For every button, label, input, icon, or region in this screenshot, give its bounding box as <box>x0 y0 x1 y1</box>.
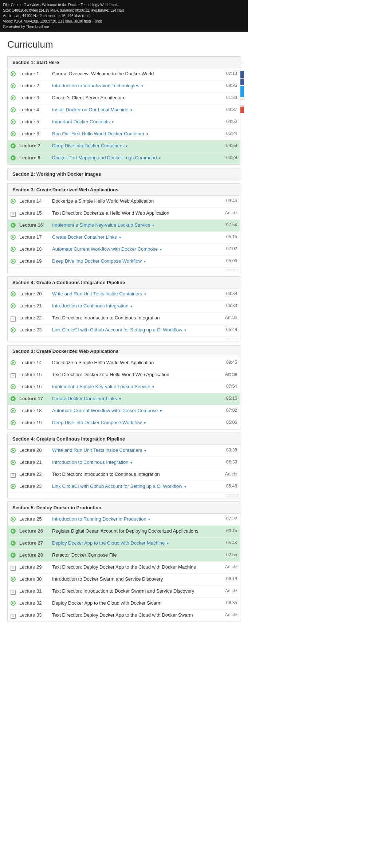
lecture-row[interactable]: Lecture 21Introduction to Continous Inte… <box>8 457 240 469</box>
lecture-duration: 07:54 <box>219 222 237 227</box>
lecture-title[interactable]: Write and Run Unit Tests inside Containe… <box>52 447 219 453</box>
lecture-row[interactable]: ≡Lecture 33Text Direction: Deploy Docker… <box>8 610 240 622</box>
dropdown-arrow-icon[interactable]: ▾ <box>152 385 154 389</box>
lecture-row[interactable]: Lecture 17Create Docker Container Links … <box>8 232 240 244</box>
dropdown-arrow-icon[interactable]: ▾ <box>145 132 148 136</box>
dropdown-arrow-icon[interactable]: ▾ <box>111 120 114 124</box>
lecture-title[interactable]: Implement a Simple Key-value Lookup Serv… <box>52 384 219 389</box>
lecture-row[interactable]: ≡Lecture 15Text Direction: Dockerize a H… <box>8 208 240 220</box>
lecture-row[interactable]: ≡Lecture 31Text Direction: Introduction … <box>8 586 240 598</box>
lecture-title[interactable]: Automate Current Workflow with Docker Co… <box>52 408 219 413</box>
lecture-row[interactable]: Lecture 5Important Docker Concepts ▾04:5… <box>8 116 240 128</box>
lecture-row[interactable]: Lecture 18Automate Current Workflow with… <box>8 244 240 256</box>
lecture-row[interactable]: Lecture 4Install Docker on Our Local Mac… <box>8 104 240 116</box>
lecture-title[interactable]: Implement a Simple Key-value Lookup Serv… <box>52 222 219 228</box>
lecture-row[interactable]: Lecture 23Link CircleCI with Github Acco… <box>8 324 240 337</box>
lecture-number: Lecture 14 <box>19 360 52 365</box>
lecture-title[interactable]: Automate Current Workflow with Docker Co… <box>52 246 219 252</box>
lecture-row[interactable]: ≡Lecture 15Text Direction: Dockerize a H… <box>8 369 240 381</box>
lecture-row[interactable]: Lecture 20Write and Run Unit Tests insid… <box>8 445 240 457</box>
lecture-title[interactable]: Deep Dive into Docker Compose Workflow ▾ <box>52 420 219 425</box>
dropdown-arrow-icon[interactable]: ▾ <box>183 485 186 489</box>
lecture-number: Lecture 20 <box>19 447 52 453</box>
lecture-row[interactable]: Lecture 14Dockerize a Simple Hello World… <box>8 196 240 208</box>
lecture-row[interactable]: ≡Lecture 22Text Direction: Introduction … <box>8 312 240 324</box>
lecture-row[interactable]: Lecture 23Link CircleCI with Github Acco… <box>8 481 240 493</box>
dropdown-arrow-icon[interactable]: ▾ <box>159 409 162 413</box>
lecture-title[interactable]: Install Docker on Our Local Machine ▾ <box>52 107 219 112</box>
lecture-number: Lecture 4 <box>19 107 52 112</box>
dropdown-arrow-icon[interactable]: ▾ <box>130 461 133 465</box>
lecture-row[interactable]: Lecture 27Deploy Docker App to the Cloud… <box>8 538 240 550</box>
lecture-number: Lecture 7 <box>19 143 52 148</box>
lecture-title[interactable]: Important Docker Concepts ▾ <box>52 119 219 124</box>
video-header-line3: Audio: aac, 44100 Hz, 2 channels, s16, 1… <box>3 13 245 19</box>
lecture-row[interactable]: Lecture 8Docker Port Mapping and Docker … <box>8 152 240 164</box>
lecture-row[interactable]: Lecture 18Automate Current Workflow with… <box>8 405 240 417</box>
lecture-title[interactable]: Run Our First Hello World Docker Contain… <box>52 131 219 136</box>
play-icon <box>11 235 16 240</box>
lecture-title[interactable]: Deep Dive into Docker Compose Workflow ▾ <box>52 258 219 264</box>
dropdown-arrow-icon[interactable]: ▾ <box>166 541 169 545</box>
lecture-row[interactable]: Lecture 32Deploy Docker App to the Cloud… <box>8 598 240 610</box>
lecture-title[interactable]: Introduction to Running Docker in Produc… <box>52 516 219 522</box>
lecture-number: Lecture 2 <box>19 83 52 88</box>
lecture-title[interactable]: Link CircleCI with Github Account for Se… <box>52 483 219 489</box>
dropdown-arrow-icon[interactable]: ▾ <box>148 517 150 521</box>
dropdown-arrow-icon[interactable]: ▾ <box>159 247 162 251</box>
lecture-title[interactable]: Link CircleCI with Github Account for Se… <box>52 327 219 333</box>
play-icon <box>11 259 16 264</box>
lecture-title[interactable]: Introduction to Continous Integration ▾ <box>52 459 219 465</box>
lecture-row[interactable]: ≡Lecture 29Text Direction: Deploy Docker… <box>8 562 240 574</box>
dropdown-arrow-icon[interactable]: ▾ <box>118 235 121 239</box>
lecture-row[interactable]: Lecture 2Introduction to Virtualization … <box>8 80 240 92</box>
play-icon <box>11 408 16 413</box>
lecture-row[interactable]: Lecture 20Write and Run Unit Tests insid… <box>8 288 240 300</box>
lecture-title[interactable]: Introduction to Virtualization Technolog… <box>52 83 219 88</box>
dropdown-arrow-icon[interactable]: ▾ <box>143 292 146 296</box>
play-icon <box>11 553 16 558</box>
lecture-title[interactable]: Write and Run Unit Tests inside Containe… <box>52 291 219 296</box>
lecture-row[interactable]: Lecture 1Course Overview: Welcome to the… <box>8 68 240 80</box>
lecture-title[interactable]: Deploy Docker App to the Cloud with Dock… <box>52 540 219 546</box>
lecture-row[interactable]: ≡Lecture 22Text Direction: Introduction … <box>8 469 240 481</box>
dropdown-arrow-icon[interactable]: ▾ <box>130 304 133 308</box>
lecture-row[interactable]: Lecture 3Docker's Client-Server Architec… <box>8 92 240 104</box>
lecture-row[interactable]: Lecture 14Dockerize a Simple Hello World… <box>8 357 240 369</box>
dropdown-arrow-icon[interactable]: ▾ <box>143 449 146 453</box>
lecture-row[interactable]: Lecture 7Deep Dive into Docker Container… <box>8 140 240 152</box>
lecture-row[interactable]: Lecture 17Create Docker Container Links … <box>8 393 240 405</box>
lecture-row[interactable]: Lecture 19Deep Dive into Docker Compose … <box>8 256 240 268</box>
lecture-number: Lecture 30 <box>19 576 52 582</box>
lecture-row[interactable]: Lecture 16Implement a Simple Key-value L… <box>8 381 240 393</box>
dropdown-arrow-icon[interactable]: ▾ <box>143 421 146 425</box>
dropdown-arrow-icon[interactable]: ▾ <box>158 156 161 160</box>
dropdown-arrow-icon[interactable]: ▾ <box>140 84 143 88</box>
lecture-duration: 02:13 <box>219 71 237 76</box>
lecture-row[interactable]: Lecture 6Run Our First Hello World Docke… <box>8 128 240 140</box>
dropdown-arrow-icon[interactable]: ▾ <box>183 328 186 332</box>
lecture-title[interactable]: Deep Dive into Docker Containers ▾ <box>52 143 219 148</box>
lecture-row[interactable]: Lecture 26Register Digital Ocean Account… <box>8 526 240 538</box>
dropdown-arrow-icon[interactable]: ▾ <box>125 144 128 148</box>
lecture-row[interactable]: Lecture 16Implement a Simple Key-value L… <box>8 220 240 232</box>
lecture-row[interactable]: Lecture 30Introduction to Docker Swarm a… <box>8 574 240 586</box>
lecture-row[interactable]: Lecture 19Deep Dive into Docker Compose … <box>8 417 240 429</box>
lecture-row[interactable]: Lecture 28Refactor Docker Compose File02… <box>8 550 240 562</box>
lecture-title[interactable]: Docker Port Mapping and Docker Logs Comm… <box>52 155 219 160</box>
dropdown-arrow-icon[interactable]: ▾ <box>143 259 146 263</box>
lecture-row[interactable]: Lecture 21Introduction to Continous Inte… <box>8 300 240 312</box>
lecture-title[interactable]: Create Docker Container Links ▾ <box>52 234 219 240</box>
lecture-title[interactable]: Introduction to Continous Integration ▾ <box>52 303 219 308</box>
video-header: File: Course Overview - Welcome to the D… <box>0 0 248 32</box>
dropdown-arrow-icon[interactable]: ▾ <box>152 223 154 227</box>
dropdown-arrow-icon[interactable]: ▾ <box>130 108 133 112</box>
section-header-s3a: Section 3: Create Dockerized Web Applica… <box>8 184 240 196</box>
lecture-number: Lecture 18 <box>19 408 52 413</box>
dropdown-arrow-icon[interactable]: ▾ <box>118 397 121 401</box>
play-icon <box>11 71 16 76</box>
lecture-title[interactable]: Create Docker Container Links ▾ <box>52 396 219 401</box>
play-icon <box>11 291 16 296</box>
doc-icon: ≡ <box>11 614 16 619</box>
lecture-row[interactable]: Lecture 25Introduction to Running Docker… <box>8 514 240 526</box>
